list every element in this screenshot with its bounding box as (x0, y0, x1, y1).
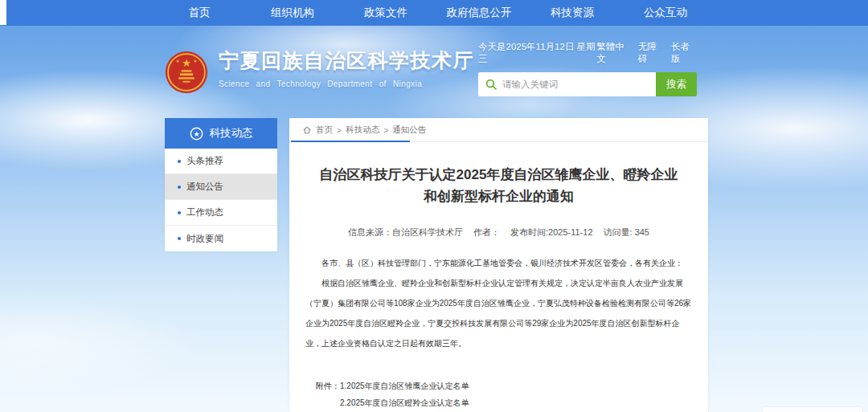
nav-item-gov-info[interactable]: 政府信息公开 (432, 0, 526, 26)
attachment-link-2[interactable]: 2.2025年度自治区瞪羚企业认定名单 (340, 394, 493, 411)
site-subtitle: Science and Technology Department of Nin… (219, 80, 474, 88)
top-nav: 首页 组织机构 政策文件 政府信息公开 科技资源 公众互动 (0, 0, 868, 26)
sidebar-header: ★ 科技动态 (165, 118, 277, 149)
nav-item-policy[interactable]: 政策文件 (339, 0, 432, 26)
star-circle-icon: ★ (190, 127, 203, 141)
paragraph: 根据自治区雏鹰企业、瞪羚企业和创新型标杆企业认定管理有关规定，决定认定半亩良人农… (305, 273, 692, 353)
link-traditional-chinese[interactable]: 繁體中文 (596, 41, 631, 65)
article-body: 各市、县（区）科技管理部门，宁东能源化工基地管委会，银川经济技术开发区管委会，各… (305, 253, 692, 353)
breadcrumb-separator: > (337, 125, 342, 135)
breadcrumb-separator: > (383, 125, 388, 135)
site-brand[interactable]: ★ ★ ★ 宁夏回族自治区科学技术厅 Science and Technolog… (165, 47, 474, 94)
article-title: 自治区科技厅关于认定2025年度自治区雏鹰企业、瞪羚企业 和创新型标杆企业的通知 (305, 164, 692, 207)
current-date: 今天是2025年11月12日 星期三 (478, 41, 596, 65)
bullet-icon (178, 237, 181, 240)
content-panel: 首页 > 科技动态 > 通知公告 自治区科技厅关于认定2025年度自治区雏鹰企业… (289, 118, 708, 412)
attachments-label: 附件： (316, 377, 340, 412)
sidebar-item-headlines[interactable]: 头条推荐 (165, 149, 277, 174)
bullet-icon (178, 211, 181, 214)
link-accessibility[interactable]: 无障碍 (638, 41, 664, 65)
search-box (478, 72, 656, 96)
svg-text:★: ★ (193, 59, 197, 63)
article: 自治区科技厅关于认定2025年度自治区雏鹰企业、瞪羚企业 和创新型标杆企业的通知… (289, 164, 708, 412)
svg-text:★: ★ (182, 57, 191, 69)
sidebar-item-politics-news[interactable]: 时政要闻 (165, 226, 277, 251)
meta-publish-time: 发布时间:2025-11-12 (510, 226, 593, 239)
meta-source: 信息来源：自治区科学技术厅 (348, 226, 463, 239)
nav-item-organization[interactable]: 组织机构 (246, 0, 339, 26)
nav-item-home[interactable]: 首页 (153, 0, 246, 26)
sidebar-item-work-news[interactable]: 工作动态 (165, 200, 277, 226)
national-emblem-icon: ★ ★ ★ (165, 51, 208, 94)
link-elder-version[interactable]: 长者版 (671, 41, 697, 65)
sidebar-item-notices[interactable]: 通知公告 (165, 174, 277, 200)
breadcrumb-underline (291, 141, 410, 142)
article-meta: 信息来源：自治区科学技术厅 作者： 发布时间:2025-11-12 访问量: 3… (305, 226, 692, 239)
svg-text:★: ★ (193, 130, 199, 138)
sidebar: ★ 科技动态 头条推荐 通知公告 工作动态 时政要闻 (165, 118, 277, 251)
attachment-link-1[interactable]: 1.2025年度自治区雏鹰企业认定名单 (340, 377, 493, 394)
window-corner (0, 0, 6, 25)
bullet-icon (178, 186, 181, 189)
nav-item-interaction[interactable]: 公众互动 (619, 0, 712, 26)
bullet-icon (178, 160, 181, 163)
sidebar-title: 科技动态 (210, 126, 253, 141)
attachments: 附件： 1.2025年度自治区雏鹰企业认定名单 2.2025年度自治区瞪羚企业认… (305, 377, 692, 412)
paragraph: 各市、县（区）科技管理部门，宁东能源化工基地管委会，银川经济技术开发区管委会，各… (305, 253, 692, 273)
search-input[interactable] (502, 80, 656, 89)
nav-item-resources[interactable]: 科技资源 (526, 0, 619, 26)
site-title: 宁夏回族自治区科学技术厅 (219, 47, 474, 74)
header-utilities: 今天是2025年11月12日 星期三 繁體中文 无障碍 长者版 搜索 (478, 41, 697, 96)
home-icon (302, 125, 312, 135)
breadcrumb: 首页 > 科技动态 > 通知公告 (289, 118, 708, 142)
breadcrumb-notices[interactable]: 通知公告 (392, 124, 426, 136)
svg-text:★: ★ (176, 59, 180, 63)
breadcrumb-home[interactable]: 首页 (316, 124, 333, 136)
meta-visits: 访问量: 345 (604, 226, 649, 239)
meta-author: 作者： (473, 226, 500, 239)
search-button[interactable]: 搜索 (656, 72, 697, 96)
breadcrumb-tech-news[interactable]: 科技动态 (346, 124, 379, 136)
search-icon (485, 79, 497, 90)
floating-widget (762, 406, 863, 412)
